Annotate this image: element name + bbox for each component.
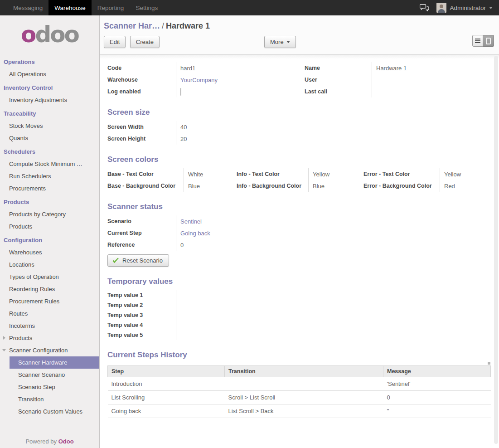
header-message[interactable]: Message — [383, 366, 491, 377]
caret-down-icon[interactable] — [489, 7, 493, 9]
form-view-icon — [486, 38, 491, 44]
sidebar-item-incoterms[interactable]: Incoterms — [0, 320, 99, 332]
error-text-color-label: Error - Text Color — [363, 168, 440, 180]
sidebar-item-reordering-rules[interactable]: Reordering Rules — [0, 283, 99, 295]
menu-warehouse[interactable]: Warehouse — [48, 0, 92, 15]
temp-value-5-value — [176, 330, 312, 340]
edit-button[interactable]: Edit — [104, 36, 126, 48]
toolbar: Edit Create More — [100, 36, 499, 48]
sidebar-item-procurements[interactable]: Procurements — [0, 182, 99, 195]
sidebar-item-all-operations[interactable]: All Operations — [0, 68, 99, 80]
error-text-color-value: Yellow — [440, 168, 494, 180]
sidebar-section-schedulers: Schedulers — [0, 144, 99, 158]
log-enabled-checkbox[interactable] — [180, 88, 181, 96]
menu-settings[interactable]: Settings — [130, 0, 164, 15]
user-menu-label[interactable]: Administrator — [450, 5, 486, 11]
more-button[interactable]: More — [264, 36, 296, 48]
reset-scenario-button[interactable]: Reset Scenario — [107, 254, 169, 267]
main-panel: Scanner Har…/Hardware 1 Edit Create More… — [100, 15, 499, 448]
history-header-row: Step Transition Message — [108, 366, 491, 377]
scenario-value-link[interactable]: Sentinel — [176, 215, 312, 227]
current-step-value-link[interactable]: Going back — [176, 227, 312, 239]
menu-messaging[interactable]: Messaging — [7, 0, 48, 15]
table-row[interactable]: List Scrolling Scroll > List Scroll 0 — [108, 391, 491, 404]
sidebar-item-scanner-hardware[interactable]: Scanner Hardware — [10, 356, 99, 369]
breadcrumb-separator: / — [160, 21, 166, 30]
sidebar-item-quants[interactable]: Quants — [0, 132, 99, 144]
header-transition[interactable]: Transition — [225, 366, 383, 377]
cell-step: Going back — [108, 404, 225, 418]
vertical-scrollbar[interactable] — [494, 56, 498, 444]
sidebar-item-scenario-custom-values[interactable]: Scenario Custom Values — [0, 405, 99, 418]
odoo-logo: odoo — [0, 15, 99, 54]
scenario-label: Scenario — [107, 215, 176, 227]
warehouse-value-link[interactable]: YourCompany — [176, 74, 305, 86]
info-background-color-value: Blue — [308, 180, 363, 192]
cell-step: List Scrolling — [108, 391, 225, 404]
scanner-status-title: Scanner status — [107, 202, 499, 211]
current-steps-history-title: Current Steps History — [107, 351, 499, 360]
sidebar-item-products-by-category[interactable]: Products by Category — [0, 208, 99, 220]
table-resize-handle[interactable] — [488, 362, 490, 365]
field-group-scanner-status: Scenario Sentinel Current Step Going bac… — [107, 215, 499, 251]
chat-bubbles-icon[interactable] — [420, 4, 429, 11]
sidebar-item-run-schedulers[interactable]: Run Schedulers — [0, 170, 99, 182]
sidebar-item-transition[interactable]: Transition — [0, 393, 99, 405]
base-text-color-label: Base - Text Color — [107, 168, 184, 180]
sidebar-item-scanner-configuration[interactable]: Scanner Configuration — [0, 344, 99, 356]
cell-transition: List Scroll > Back — [225, 404, 383, 418]
cell-message: '' — [383, 404, 491, 418]
sidebar-item-label: Scanner Configuration — [9, 347, 68, 354]
temp-value-3-value — [176, 310, 312, 320]
temp-value-2-label: Temp value 2 — [107, 300, 176, 310]
sidebar-item-inventory-adjustments[interactable]: Inventory Adjustments — [0, 94, 99, 106]
sidebar-item-warehouses[interactable]: Warehouses — [0, 246, 99, 258]
header-step[interactable]: Step — [108, 366, 225, 377]
odoo-brand-link[interactable]: Odoo — [58, 438, 74, 445]
history-table: Step Transition Message Introduction 'Se… — [107, 365, 491, 418]
screen-colors-title: Screen colors — [107, 155, 499, 164]
screen-width-value: 40 — [176, 121, 312, 133]
sidebar-item-scanner-scenario[interactable]: Scanner Scenario — [0, 369, 99, 381]
table-row[interactable]: Going back List Scroll > Back '' — [108, 404, 491, 418]
cell-message: 0 — [383, 391, 491, 404]
menu-reporting[interactable]: Reporting — [92, 0, 130, 15]
sidebar-item-compute-stock-minimum[interactable]: Compute Stock Minimum … — [0, 158, 99, 170]
temp-value-3-label: Temp value 3 — [107, 310, 176, 320]
last-call-label: Last call — [305, 86, 372, 97]
field-group-screen-size: Screen Width 40 Screen Height 20 — [107, 121, 499, 145]
sidebar-section-inventory-control: Inventory Control — [0, 80, 99, 94]
powered-by-text: Powered by — [25, 438, 57, 445]
user-label: User — [305, 74, 372, 86]
create-button[interactable]: Create — [130, 36, 160, 48]
info-text-color-value: Yellow — [308, 168, 363, 180]
list-view-button[interactable] — [472, 35, 483, 47]
reference-value: 0 — [176, 239, 312, 251]
name-label: Name — [305, 62, 372, 74]
form-view-button[interactable] — [483, 35, 494, 47]
sidebar-section-traceability: Traceability — [0, 106, 99, 120]
sidebar-item-products-submenu[interactable]: Products — [0, 332, 99, 344]
sidebar-item-products[interactable]: Products — [0, 220, 99, 233]
cell-message: 'Sentinel' — [383, 377, 491, 391]
breadcrumb-parent-link[interactable]: Scanner Har… — [104, 21, 160, 30]
sidebar-item-stock-moves[interactable]: Stock Moves — [0, 120, 99, 132]
temp-value-4-label: Temp value 4 — [107, 320, 176, 330]
sidebar-item-scenario-step[interactable]: Scenario Step — [0, 381, 99, 393]
user-avatar[interactable] — [436, 3, 446, 13]
cell-transition: Scroll > List Scroll — [225, 391, 383, 404]
info-background-color-label: Info - Background Color — [237, 180, 308, 192]
sidebar-item-procurement-rules[interactable]: Procurement Rules — [0, 295, 99, 307]
cell-step: Introduction — [108, 377, 225, 391]
table-row[interactable]: Introduction 'Sentinel' — [108, 377, 491, 391]
sidebar-item-routes[interactable]: Routes — [0, 307, 99, 320]
log-enabled-label: Log enabled — [107, 86, 176, 97]
base-background-color-value: Blue — [184, 180, 237, 192]
base-background-color-label: Base - Background Color — [107, 180, 184, 192]
reference-label: Reference — [107, 239, 176, 251]
last-call-value — [372, 86, 499, 97]
sidebar-item-locations[interactable]: Locations — [0, 258, 99, 271]
temp-value-1-label: Temp value 1 — [107, 290, 176, 300]
topbar-menus: Messaging Warehouse Reporting Settings — [0, 0, 164, 15]
sidebar-item-types-of-operation[interactable]: Types of Operation — [0, 271, 99, 283]
